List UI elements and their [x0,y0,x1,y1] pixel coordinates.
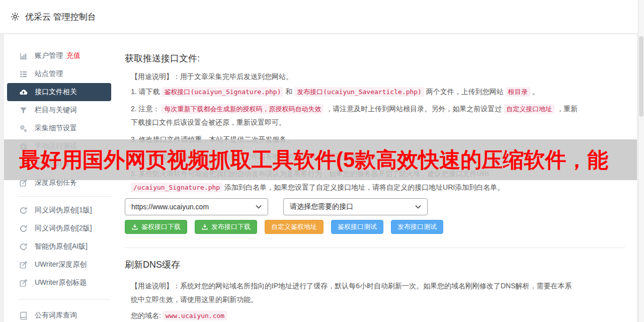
filter-icon [19,106,28,115]
edit-icon [19,279,28,287]
text-run: 2. 注意： [131,105,162,113]
text-run: 和 [283,88,294,96]
button-row: 鉴权接口下载 发布接口下载 自定义鉴权地址 鉴权接口测试 发布接口测试 [125,220,630,234]
scrollbar-thumb[interactable] [639,36,643,117]
code-snippet: 鉴权接口(ucaiyun_Signature.php) [162,87,283,97]
sidebar-item-sites[interactable]: 站点管理 [4,65,125,83]
sidebar-item-label: UWriter深度原创 [35,260,87,269]
sidebar-item-label: 栏目与关键词 [35,106,77,115]
button-label: 鉴权接口下载 [141,222,181,231]
button-label: 鉴权接口测试 [338,222,377,231]
gear-icon [10,12,20,22]
cloud-upload-icon [19,88,28,97]
button-label: 发布接口下载 [211,222,251,231]
sidebar-item-label: 公有词库查询 [35,311,77,320]
app-title: 优采云 管理控制台 [25,11,96,23]
button-label: 发布接口测试 [397,222,437,231]
domain-line: 您的域名: www.ucaiyun.com [131,309,630,322]
refresh-icon [19,206,28,215]
custom-auth-address-button[interactable]: 自定义鉴权地址 [265,220,324,234]
code-snippet: 根目录 [506,87,530,97]
sidebar-item-uwriter-title[interactable]: UWriter原创标题 [4,274,125,292]
text-run: 。 [530,88,539,96]
chevron-down-icon [415,205,421,209]
chart-icon [19,52,28,60]
download-icon [201,223,208,230]
scrollbar[interactable] [638,0,644,322]
banner-text: 最好用国外网页视频抓取工具软件(5款高效快速的压缩软件，能 [19,146,608,174]
dns-section-title: 刷新DNS缓存 [125,259,630,270]
domain-label: 您的域名: [131,311,163,319]
api-select-placeholder: 请选择您需要的接口 [290,202,353,211]
sidebar-item-synonym-v1[interactable]: 同义词伪原创[1版] [4,201,125,219]
sidebar-item-label: 同义词伪原创[1版] [35,206,92,215]
refresh-icon [19,243,28,251]
site-select[interactable]: https://www.ucaiyun.com [125,198,268,215]
sidebar-item-interface-files[interactable]: 接口文件相关 [7,83,111,101]
recharge-badge[interactable]: 充值 [66,51,80,60]
sidebar-item-uwriter-deep[interactable]: UWriter深度原创 [4,256,125,274]
site-select-value: https://www.ucaiyun.com [131,203,209,211]
sidebar-item-label: 智能伪原创[AI版] [35,242,88,251]
code-snippet: 自定义接口地址 [504,104,554,114]
sidebar-item-label: UWriter原创标题 [35,278,87,287]
sidebar-item-label: 站点管理 [35,69,63,78]
refresh-icon [19,224,28,233]
download-signature-button[interactable]: 鉴权接口下载 [125,220,187,234]
chevron-down-icon [256,205,262,209]
test-publish-button[interactable]: 发布接口测试 [391,220,443,234]
sidebar-item-ai-rewrite[interactable]: 智能伪原创[AI版] [4,237,125,256]
sidebar-item-label: 采集细节设置 [35,124,77,133]
app-window: 优采云 管理控制台 账户管理 充值 站点管理 [0,0,644,322]
code-snippet: 发布接口(ucaiyun_Savearticle.php) [294,87,424,97]
test-signature-button[interactable]: 鉴权接口测试 [331,220,383,234]
select-row: https://www.ucaiyun.com 请选择您需要的接口 [125,198,630,215]
text-run: 1. 请下载 [131,88,162,96]
dns-usage-note: 【用途说明】：系统对您的网站域名所指向的IP地址进行了缓存，默认每6小时自动刷新… [131,279,579,306]
download-publish-button[interactable]: 发布接口下载 [195,220,257,234]
button-label: 自定义鉴权地址 [271,222,317,231]
code-snippet: 每次重新下载都会生成新的授权码，原授权码自动失效 [162,104,324,114]
book-icon [19,311,28,320]
domain-value: www.ucaiyun.com [163,311,227,320]
instruction-step-2: 2. 注意： 每次重新下载都会生成新的授权码，原授权码自动失效 ，请注意及时上传… [131,102,579,129]
sidebar-item-label: 账户管理 [35,51,63,60]
sidebar-item-account[interactable]: 账户管理 充值 [4,47,125,65]
text-run: 添加到白名单，如果您设置了自定义接口地址，请将自定义的接口地址URI添加到白名单… [222,183,504,191]
sidebar-divider [18,299,111,299]
usage-note: 【用途说明】：用于文章采集完毕后发送到您网站。 [131,72,630,82]
edit-icon [19,261,28,269]
gears-icon [19,124,28,133]
sidebar-item-label: 接口文件相关 [35,88,77,97]
page-title: 获取推送接口文件: [125,53,630,64]
app-header: 优采云 管理控制台 [0,0,638,34]
sidebar-divider [18,196,111,197]
overlay-banner: 最好用国外网页视频抓取工具软件(5款高效快速的压缩软件，能 [4,139,637,180]
section-divider [125,248,625,248]
instruction-step-1: 1. 请下载 鉴权接口(ucaiyun_Signature.php) 和 发布接… [131,85,579,99]
sidebar-item-columns-keywords[interactable]: 栏目与关键词 [4,101,125,119]
api-select[interactable]: 请选择您需要的接口 [283,198,428,215]
sidebar-item-label: 同义词伪原创[2版] [35,224,92,233]
sidebar-item-collect-settings[interactable]: 采集细节设置 [4,119,125,137]
code-snippet: /ucaiyun_Signature.php [131,183,222,192]
site-list-icon [19,70,28,78]
download-icon [131,223,138,230]
text-run: 两个文件，上传到您网站 [424,88,506,96]
text-run: ，请注意及时上传到网站根目录。另外，如果之前设置过 [324,105,504,113]
sidebar-item-public-thesaurus[interactable]: 公有词库查询 [4,306,125,322]
sidebar-item-synonym-v2[interactable]: 同义词伪原创[2版] [4,219,125,237]
